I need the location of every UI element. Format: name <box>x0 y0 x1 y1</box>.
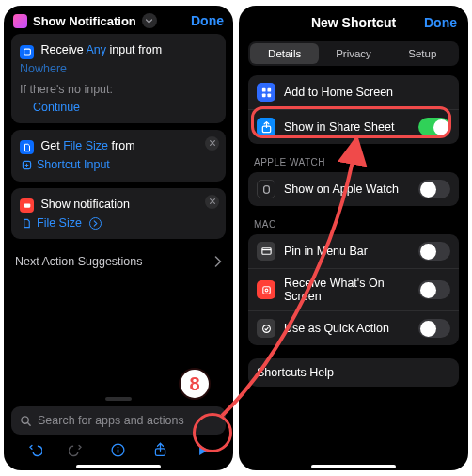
share-sheet-toggle[interactable] <box>418 118 450 136</box>
file-size-variable-token[interactable]: File Size <box>20 214 217 231</box>
quick-action-toggle[interactable] <box>418 319 450 338</box>
input-type-token[interactable]: Any <box>86 43 106 56</box>
redo-button[interactable] <box>67 440 86 459</box>
title-dropdown[interactable] <box>142 13 157 28</box>
delete-action-button[interactable] <box>205 195 219 209</box>
chevron-down-icon <box>145 17 153 25</box>
close-icon <box>209 198 216 205</box>
action-search-input[interactable]: Search for apps and actions <box>11 406 226 435</box>
svg-rect-16 <box>262 286 269 293</box>
tab-details[interactable]: Details <box>250 43 319 64</box>
details-segmented-control[interactable]: Details Privacy Setup <box>248 41 459 66</box>
shortcut-input-token[interactable]: Shortcut Input <box>20 156 217 173</box>
pin-menu-bar-cell[interactable]: Pin in Menu Bar <box>248 234 459 268</box>
svg-point-5 <box>118 446 119 448</box>
home-indicator <box>311 465 396 468</box>
share-sheet-icon <box>257 118 275 136</box>
section-mac: MAC <box>254 219 455 230</box>
share-icon <box>152 442 168 458</box>
redo-icon <box>69 442 85 458</box>
svg-rect-9 <box>267 87 271 91</box>
get-file-size-action[interactable]: Get File Size from Shortcut Input <box>11 130 226 182</box>
add-to-home-screen-cell[interactable]: Add to Home Screen <box>248 75 459 109</box>
tab-privacy[interactable]: Privacy <box>319 43 387 64</box>
next-action-suggestions[interactable]: Next Action Suggestions <box>11 246 226 278</box>
done-button[interactable]: Done <box>191 13 224 28</box>
file-icon <box>22 218 32 229</box>
expand-variable-button[interactable] <box>89 217 102 230</box>
show-notification-action[interactable]: Show notification File Size <box>11 188 226 240</box>
search-icon <box>20 415 32 427</box>
chevron-right-icon <box>213 256 222 267</box>
shortcuts-help-cell[interactable]: Shortcuts Help <box>248 358 459 387</box>
home-screen-icon <box>257 83 275 102</box>
undo-button[interactable] <box>24 440 43 459</box>
svg-rect-10 <box>261 93 265 97</box>
undo-icon <box>26 442 42 458</box>
svg-rect-0 <box>24 49 30 55</box>
section-apple-watch: APPLE WATCH <box>254 157 455 167</box>
svg-rect-6 <box>118 449 119 453</box>
show-on-watch-cell[interactable]: Show on Apple Watch <box>248 172 459 206</box>
home-indicator <box>76 465 161 468</box>
no-input-action-token[interactable]: Continue <box>20 99 217 116</box>
chevron-right-icon <box>92 220 99 227</box>
receive-screen-icon <box>257 280 275 299</box>
input-icon <box>20 45 34 59</box>
svg-point-17 <box>265 289 268 292</box>
input-source-token[interactable]: Nowhere <box>20 60 217 77</box>
sheet-grab-handle[interactable] <box>105 397 132 401</box>
quick-action-icon <box>257 319 275 338</box>
close-icon <box>209 139 216 147</box>
share-button[interactable] <box>151 440 170 459</box>
shortcut-app-icon <box>13 14 27 28</box>
watch-icon <box>257 180 275 198</box>
tab-setup[interactable]: Setup <box>388 43 457 64</box>
receive-input-action[interactable]: Receive Any input from Nowhere If there'… <box>11 34 226 123</box>
svg-rect-8 <box>261 87 265 91</box>
svg-rect-11 <box>267 93 271 97</box>
play-icon <box>195 442 211 458</box>
receive-screen-toggle[interactable] <box>418 280 450 299</box>
delete-action-button[interactable] <box>205 136 219 151</box>
file-icon <box>20 140 34 154</box>
svg-rect-13 <box>263 185 269 192</box>
details-header: New Shortcut Done <box>239 6 468 38</box>
svg-rect-2 <box>24 203 30 207</box>
done-button[interactable]: Done <box>424 15 457 30</box>
editor-header: Show Notification Done <box>4 6 233 34</box>
receive-screen-cell[interactable]: Receive What's On Screen <box>248 268 459 310</box>
menu-bar-icon <box>257 242 275 261</box>
watch-toggle[interactable] <box>418 180 450 198</box>
info-icon <box>110 442 126 458</box>
editor-screen: Show Notification Done Receive Any input… <box>4 6 233 470</box>
editor-toolbar <box>4 436 233 463</box>
shortcut-input-icon <box>22 160 32 170</box>
file-size-property-token[interactable]: File Size <box>63 139 108 152</box>
notification-icon <box>20 198 34 213</box>
run-button[interactable] <box>194 440 212 459</box>
details-title: New Shortcut <box>311 15 396 30</box>
editor-title: Show Notification <box>33 14 136 28</box>
details-screen: New Shortcut Done Details Privacy Setup … <box>239 6 468 470</box>
quick-action-cell[interactable]: Use as Quick Action <box>248 310 459 345</box>
show-in-share-sheet-cell[interactable]: Show in Share Sheet <box>248 109 459 144</box>
pin-menu-toggle[interactable] <box>418 242 450 261</box>
svg-rect-14 <box>261 247 270 254</box>
info-button[interactable] <box>109 440 128 459</box>
